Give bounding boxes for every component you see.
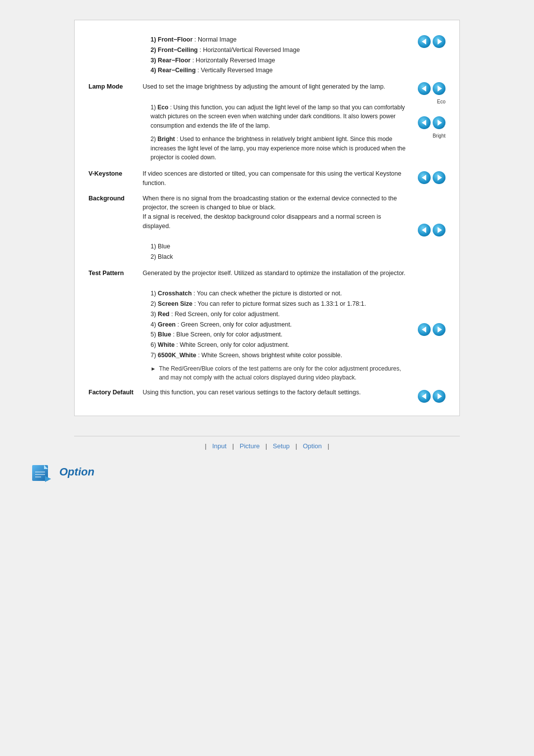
term: 1) Front−Floor	[151, 36, 193, 43]
nav-separator: |	[205, 442, 206, 450]
list-item-green: 4) Green : Green Screen, only for color …	[151, 320, 406, 330]
nav-buttons-projection	[410, 35, 445, 48]
table-row-vkeystone: V-Keystone If video scences are distorte…	[87, 166, 447, 191]
background-description: When there is no signal from the broadca…	[143, 194, 406, 231]
left-arrow-icon	[422, 39, 426, 45]
projection-list: 1) Front−Floor : Normal Image 2) Front−C…	[143, 35, 406, 75]
nav-link-picture[interactable]: Picture	[240, 442, 260, 450]
left-arrow-icon	[422, 175, 426, 181]
next-button-bright[interactable]	[433, 116, 445, 129]
right-arrow-icon	[438, 120, 442, 126]
table-row-background: Background When there is no signal from …	[87, 191, 447, 266]
left-arrow-icon	[422, 227, 426, 233]
list-item: 1) Front−Floor : Normal Image	[151, 35, 406, 45]
background-list: 1) Blue 2) Black	[143, 242, 406, 262]
option-title: Option	[59, 466, 94, 478]
list-item-eco: 1) Eco : Using this function, you can ad…	[151, 103, 406, 131]
right-arrow-icon	[438, 39, 442, 45]
right-arrow-icon	[438, 175, 442, 181]
term: 4) Rear−Ceiling	[151, 67, 196, 74]
bright-label: Bright	[433, 132, 445, 140]
lamp-list: 1) Eco : Using this function, you can ad…	[143, 103, 406, 163]
section-desc-test-pattern: Generated by the projector itself. Utili…	[141, 266, 408, 385]
prev-button-background[interactable]	[418, 224, 431, 236]
nav-buttons-col-background	[408, 191, 447, 266]
eco-btn-row	[418, 82, 445, 95]
eco-label: Eco	[437, 98, 445, 105]
term: 2) Front−Ceiling	[151, 47, 198, 53]
prev-button-factory-default[interactable]	[418, 390, 431, 403]
next-button-vkeystone[interactable]	[433, 171, 445, 184]
section-label-projection	[87, 30, 141, 79]
table-row-test-pattern: Test Pattern Generated by the projector …	[87, 266, 447, 385]
vkeystone-description: If video scences are distorted or tilted…	[143, 169, 406, 188]
settings-table: 1) Front−Floor : Normal Image 2) Front−C…	[87, 30, 447, 406]
list-item-black: 2) Black	[151, 252, 406, 262]
next-button-projection[interactable]	[433, 35, 445, 48]
prev-button-projection[interactable]	[418, 35, 431, 48]
nav-link-setup[interactable]: Setup	[273, 442, 290, 450]
left-arrow-icon	[422, 393, 426, 399]
right-arrow-icon	[438, 327, 442, 332]
table-row-factory-default: Factory Default Using this function, you…	[87, 385, 447, 406]
list-item-6500k: 7) 6500K_White : White Screen, shows bri…	[151, 351, 406, 360]
nav-buttons-col-vkeystone	[408, 166, 447, 191]
prev-button-eco[interactable]	[418, 82, 431, 95]
left-arrow-icon	[422, 327, 426, 332]
content-box: 1) Front−Floor : Normal Image 2) Front−C…	[74, 20, 460, 416]
list-item-bright: 2) Bright : Used to enhance the brightne…	[151, 135, 406, 162]
section-label-vkeystone: V-Keystone	[87, 166, 141, 191]
prev-button-vkeystone[interactable]	[418, 171, 431, 184]
right-arrow-icon	[438, 227, 442, 233]
section-desc-background: When there is no signal from the broadca…	[141, 191, 408, 266]
section-desc-factory-default: Using this function, you can reset vario…	[141, 385, 408, 406]
next-button-eco[interactable]	[433, 82, 445, 95]
option-icon	[30, 462, 54, 482]
lamp-btn-stack: Eco Bright	[410, 82, 445, 140]
prev-button-test-pattern[interactable]	[418, 323, 431, 336]
nav-separator: |	[295, 442, 297, 450]
test-pattern-description: Generated by the projector itself. Utili…	[143, 269, 406, 278]
prev-button-bright[interactable]	[418, 116, 431, 129]
nav-separator: |	[327, 442, 329, 450]
nav-buttons-test-pattern	[410, 323, 445, 336]
bright-btn-row	[418, 116, 445, 129]
list-item-red: 3) Red : Red Screen, only for color adju…	[151, 310, 406, 319]
next-button-background[interactable]	[433, 224, 445, 236]
list-item-blue-screen: 5) Blue : Blue Screen, only for color ad…	[151, 330, 406, 339]
note-arrow-icon: ►	[151, 365, 156, 373]
list-item-crosshatch: 1) Crosshatch : You can check whether th…	[151, 289, 406, 298]
next-button-factory-default[interactable]	[433, 390, 445, 403]
bottom-nav: | Input | Picture | Setup | Option |	[74, 436, 460, 454]
list-item-screensize: 2) Screen Size : You can refer to pictur…	[151, 299, 406, 309]
option-heading: Option	[30, 462, 524, 487]
nav-buttons-col-projection	[408, 30, 447, 79]
page-wrapper: 1) Front−Floor : Normal Image 2) Front−C…	[0, 0, 534, 497]
section-label-test-pattern: Test Pattern	[87, 266, 141, 385]
test-pattern-note: ► The Red/Green/Blue colors of the test …	[143, 364, 406, 382]
nav-buttons-col-factory-default	[408, 385, 447, 406]
right-arrow-icon	[438, 393, 442, 399]
nav-link-input[interactable]: Input	[212, 442, 226, 450]
section-desc-vkeystone: If video scences are distorted or tilted…	[141, 166, 408, 191]
nav-buttons-vkeystone	[410, 171, 445, 184]
list-item-white: 6) White : White Screen, only for color …	[151, 340, 406, 350]
nav-separator: |	[266, 442, 267, 450]
table-row: 1) Front−Floor : Normal Image 2) Front−C…	[87, 30, 447, 79]
nav-separator: |	[232, 442, 234, 450]
list-item: 2) Front−Ceiling : Horizontal/Vertical R…	[151, 46, 406, 55]
section-label-lamp: Lamp Mode	[87, 79, 141, 166]
section-desc-lamp: Used to set the image brightness by adju…	[141, 79, 408, 166]
nav-buttons-col-test-pattern	[408, 266, 447, 385]
left-arrow-icon	[422, 120, 426, 126]
next-button-test-pattern[interactable]	[433, 323, 445, 336]
section-desc-projection: 1) Front−Floor : Normal Image 2) Front−C…	[141, 30, 408, 79]
test-pattern-list: 1) Crosshatch : You can check whether th…	[143, 289, 406, 360]
nav-buttons-background	[410, 224, 445, 236]
list-item-blue: 1) Blue	[151, 242, 406, 251]
list-item: 4) Rear−Ceiling : Vertically Reversed Im…	[151, 66, 406, 75]
list-item: 3) Rear−Floor : Horizontally Reversed Im…	[151, 56, 406, 65]
table-row-lamp-mode: Lamp Mode Used to set the image brightne…	[87, 79, 447, 166]
nav-link-option[interactable]: Option	[303, 442, 321, 450]
note-text: The Red/Green/Blue colors of the test pa…	[159, 364, 406, 382]
